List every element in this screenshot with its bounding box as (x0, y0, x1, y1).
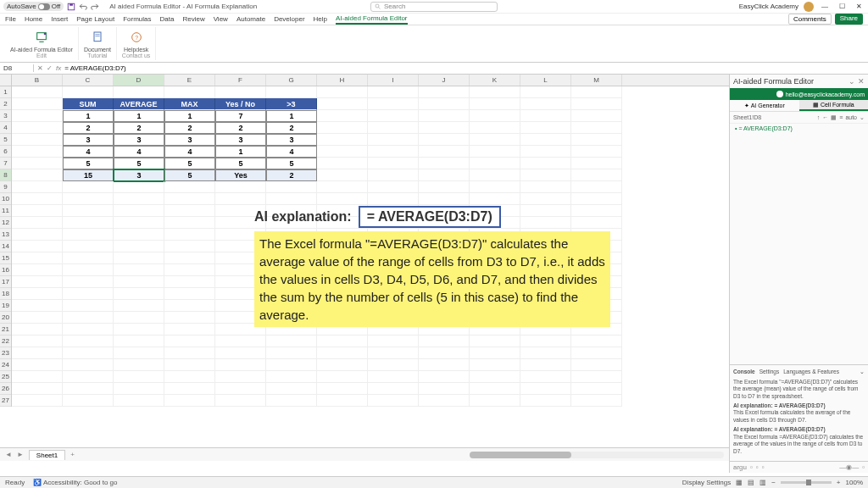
cell[interactable] (12, 312, 63, 324)
cell[interactable] (215, 395, 266, 407)
cell[interactable] (520, 347, 571, 359)
row-header[interactable]: 12 (0, 217, 11, 229)
cell[interactable] (368, 383, 419, 395)
undo-icon[interactable] (79, 3, 87, 11)
account-avatar[interactable] (804, 2, 814, 12)
cell[interactable] (419, 134, 470, 146)
cell[interactable] (470, 336, 520, 347)
row-header[interactable]: 26 (0, 383, 11, 395)
cell[interactable] (368, 158, 419, 169)
cell[interactable] (520, 86, 571, 98)
cell[interactable] (368, 122, 419, 134)
cell[interactable] (266, 193, 317, 205)
cell[interactable] (164, 324, 215, 336)
cell[interactable] (215, 336, 266, 347)
row-header[interactable]: 1 (0, 86, 11, 98)
cell[interactable]: 2 (266, 122, 317, 134)
cell[interactable] (12, 229, 63, 241)
cell[interactable]: 15 (63, 169, 114, 181)
add-sheet-button[interactable]: + (70, 451, 75, 458)
col-header[interactable]: I (368, 75, 419, 86)
cell[interactable]: 5 (164, 169, 215, 181)
chevron-down-icon[interactable]: ⌄ (860, 114, 865, 121)
tab-developer[interactable]: Developer (274, 15, 304, 23)
cell[interactable] (368, 169, 419, 181)
cell[interactable] (520, 122, 571, 134)
col-header[interactable]: D (114, 75, 164, 86)
cell[interactable] (520, 383, 571, 395)
cell[interactable] (12, 252, 63, 264)
zoom-slider[interactable] (781, 481, 832, 484)
cell[interactable] (571, 395, 622, 407)
cell[interactable] (470, 98, 520, 110)
cell[interactable] (12, 146, 63, 158)
cell[interactable] (368, 347, 419, 359)
cell[interactable] (368, 110, 419, 122)
cell[interactable] (12, 158, 63, 169)
helpdesk-button[interactable]: ? (128, 29, 145, 46)
tab-help[interactable]: Help (314, 15, 327, 23)
cell[interactable] (520, 146, 571, 158)
cell[interactable]: 1 (164, 110, 215, 122)
cell[interactable] (12, 395, 63, 407)
cell[interactable] (317, 98, 368, 110)
tab-automate[interactable]: Automate (236, 15, 265, 23)
list-icon[interactable]: ≡ (839, 114, 843, 121)
cell[interactable] (63, 252, 114, 264)
cell[interactable] (12, 264, 63, 276)
footer-icon-2[interactable]: ▫ (756, 463, 759, 471)
cell[interactable]: 5 (114, 158, 164, 169)
cell[interactable] (470, 134, 520, 146)
sheet-nav-prev-icon[interactable]: ◄ (5, 451, 12, 458)
cell[interactable] (164, 371, 215, 383)
cell[interactable] (114, 324, 164, 336)
tab-ai-formula-editor[interactable]: AI-aided Formula Editor (336, 14, 407, 25)
cell[interactable] (114, 336, 164, 347)
footer-icon-1[interactable]: ▫ (750, 463, 753, 471)
cell[interactable] (266, 181, 317, 193)
cell[interactable] (266, 347, 317, 359)
cell[interactable] (63, 324, 114, 336)
cell[interactable] (368, 98, 419, 110)
cell[interactable] (317, 169, 368, 181)
cell[interactable] (317, 395, 368, 407)
document-button[interactable] (89, 29, 106, 46)
cell[interactable] (317, 336, 368, 347)
cell[interactable] (266, 371, 317, 383)
cell[interactable] (571, 347, 622, 359)
col-header[interactable]: G (266, 75, 317, 86)
row-header[interactable]: 15 (0, 252, 11, 264)
tab-page-layout[interactable]: Page Layout (76, 15, 114, 23)
cell[interactable] (419, 98, 470, 110)
cell[interactable] (520, 169, 571, 181)
cell[interactable]: 3 (114, 169, 164, 181)
cell[interactable] (63, 241, 114, 252)
cell[interactable] (63, 395, 114, 407)
horizontal-scrollbar[interactable] (470, 452, 724, 458)
cell[interactable] (571, 134, 622, 146)
cell[interactable] (12, 217, 63, 229)
view-break-icon[interactable]: ▥ (760, 479, 766, 486)
row-header[interactable]: 9 (0, 181, 11, 193)
tab-insert[interactable]: Insert (51, 15, 68, 23)
cell[interactable] (470, 146, 520, 158)
cell[interactable] (317, 347, 368, 359)
cell[interactable] (571, 371, 622, 383)
cell[interactable] (571, 98, 622, 110)
cell[interactable]: Yes (215, 169, 266, 181)
panel-close-icon[interactable]: ✕ (858, 77, 865, 86)
cell[interactable]: 2 (114, 122, 164, 134)
cell[interactable] (164, 229, 215, 241)
row-header[interactable]: 19 (0, 300, 11, 312)
cell[interactable] (12, 288, 63, 300)
cell[interactable] (114, 252, 164, 264)
cell[interactable]: 3 (63, 134, 114, 146)
cell[interactable] (164, 217, 215, 229)
cell[interactable] (63, 347, 114, 359)
col-header[interactable]: H (317, 75, 368, 86)
cell[interactable] (571, 193, 622, 205)
cell[interactable] (571, 146, 622, 158)
cell[interactable] (470, 371, 520, 383)
cell[interactable] (12, 371, 63, 383)
cell[interactable]: 3 (266, 134, 317, 146)
